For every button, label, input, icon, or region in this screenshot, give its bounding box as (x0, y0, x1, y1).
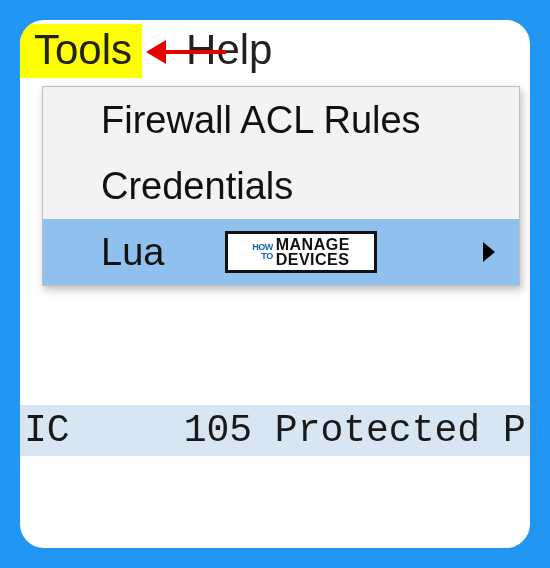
dropdown-item-lua[interactable]: Lua HOW TO MANAGE DEVICES (43, 219, 519, 285)
watermark-text: MANAGE (276, 237, 350, 252)
menubar: Tools Help (20, 20, 530, 80)
packet-row[interactable]: IC 105 Protected P (20, 405, 530, 456)
menu-tools[interactable]: Tools (20, 24, 142, 78)
dropdown-item-label: Lua (101, 231, 164, 274)
watermark-text: TO (252, 252, 273, 261)
tools-dropdown: Firewall ACL Rules Credentials Lua HOW T… (42, 86, 520, 286)
dropdown-item-label: Credentials (101, 165, 293, 208)
submenu-arrow-icon (483, 242, 495, 262)
dropdown-item-label: Firewall ACL Rules (101, 99, 421, 142)
menu-help[interactable]: Help (142, 24, 282, 78)
dropdown-item-credentials[interactable]: Credentials (43, 153, 519, 219)
dropdown-item-firewall-acl-rules[interactable]: Firewall ACL Rules (43, 87, 519, 153)
watermark-text: DEVICES (276, 252, 350, 267)
app-window: Tools Help Firewall ACL Rules Credential… (20, 20, 530, 548)
packet-list: IC 105 Protected P IC 105 Protected P IC… (20, 302, 530, 548)
watermark-logo: HOW TO MANAGE DEVICES (225, 231, 377, 273)
